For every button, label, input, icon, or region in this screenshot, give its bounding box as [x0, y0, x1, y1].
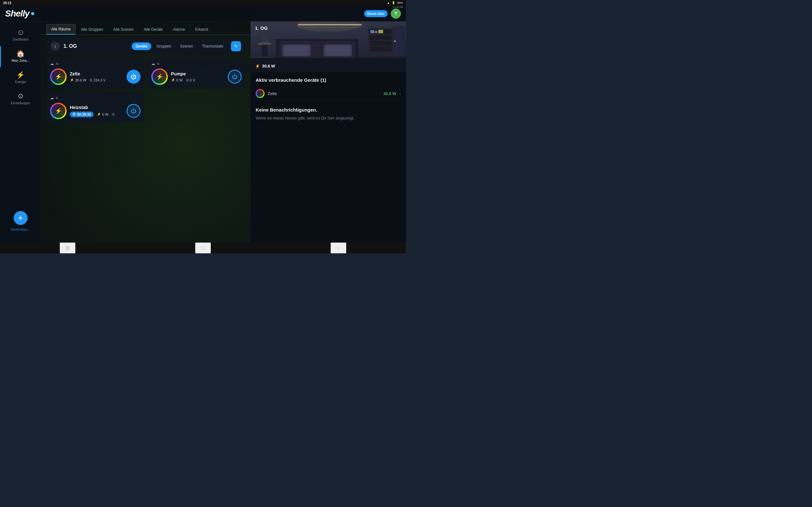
svg-rect-15 — [370, 30, 374, 33]
right-panel-content: Aktiv verbrauchende Geräte (1) Zelte 30.… — [251, 72, 406, 126]
device-name-zelte: Zelte — [70, 71, 123, 76]
active-device-power-zelte: 30.6 W — [383, 91, 396, 96]
add-device-label: Gerät hinzu... — [11, 228, 30, 232]
tab-alle-geraete[interactable]: Alle Geräte — [139, 24, 167, 34]
device-info-pumpe: Pumpe ⚡ 0 W ◎ 0 V — [171, 71, 224, 82]
svg-rect-12 — [369, 35, 392, 40]
room-tab-geraete[interactable]: Geräte — [132, 43, 151, 50]
stat-power-pumpe: ⚡ 0 W — [171, 78, 183, 82]
room-prev-button[interactable]: ‹ — [51, 42, 60, 51]
plug-icon-pumpe: ⚡ — [156, 73, 163, 80]
sidebar-label-einstellungen: Einstellungen — [11, 101, 30, 105]
power-icon-heizstab: ⚡ — [97, 112, 101, 116]
plug-icon-zelte: ⚡ — [55, 73, 62, 80]
version-text: 3.122.29 — [393, 6, 403, 9]
add-device-item[interactable]: + Gerät hinzu... — [0, 207, 41, 236]
devices-grid: ☁ ↻ ⚡ Zelte ⚡ 30.6 W ◎ 23 — [46, 58, 246, 123]
device-name-heizstab: Heizstab — [70, 105, 123, 110]
room-sub-tabs: Geräte Gruppen Szenen Thermostate — [132, 43, 227, 50]
room-tab-szenen[interactable]: Szenen — [176, 43, 197, 50]
nav-home-button[interactable]: □ — [195, 242, 211, 253]
power-button-heizstab[interactable]: ⏻ — [126, 104, 141, 118]
nav-back-button[interactable]: ‹ — [331, 242, 346, 253]
active-device-name-zelte: Zelte — [268, 91, 380, 96]
plug-icon-heizstab: ⚡ — [55, 107, 62, 114]
avatar[interactable]: T — [391, 9, 401, 19]
power-value-pumpe: 0 W — [176, 78, 183, 82]
nav-bar: ||| □ ‹ — [0, 242, 406, 253]
app-logo: Shelly — [5, 9, 34, 19]
nav-menu-button[interactable]: ||| — [60, 242, 75, 253]
status-bar: 20:13 ▲ 🔋 30% — [0, 0, 406, 6]
dashboard-icon: ⊙ — [18, 29, 23, 36]
power-button-pumpe[interactable]: ⏻ — [228, 70, 242, 83]
device-stats-heizstab: ⏱ 00:39:35 ⚡ 0 W ◎ — [70, 112, 123, 117]
power-icon-pumpe: ⚡ — [171, 78, 175, 82]
power-value-heizstab: 0 W — [102, 112, 108, 116]
active-indicator — [0, 46, 1, 67]
main-content: Alle Räume Alle Gruppen Alle Szenen Alle… — [41, 21, 251, 242]
tabs-divider — [41, 35, 251, 35]
svg-point-23 — [258, 43, 271, 45]
active-device-row-zelte[interactable]: Zelte 30.6 W › — [256, 87, 401, 101]
device-card-zelte: ☁ ↻ ⚡ Zelte ⚡ 30.6 W ◎ 23 — [46, 58, 144, 89]
svg-rect-13 — [369, 41, 392, 46]
stat-power-heizstab: ⚡ 0 W — [97, 112, 108, 116]
home-icon: 🏠 — [16, 50, 25, 57]
tab-alle-raeume[interactable]: Alle Räume — [46, 24, 75, 35]
logo-dot — [31, 12, 34, 15]
cloud-icon-zelte: ☁ — [50, 61, 54, 66]
tabs-bar: Alle Räume Alle Gruppen Alle Szenen Alle… — [41, 21, 251, 35]
device-name-pumpe: Pumpe — [171, 71, 224, 76]
clock-icon-heizstab: ⏱ — [72, 112, 76, 116]
settings-icon: ⚙ — [17, 93, 24, 100]
active-device-icon-zelte — [256, 89, 264, 98]
svg-rect-17 — [378, 30, 383, 33]
tab-alle-szenen[interactable]: Alle Szenen — [108, 24, 138, 34]
voltage-icon-zelte: ◎ — [90, 78, 93, 82]
device-card-header-pumpe: ☁ ↻ — [151, 61, 242, 66]
svg-point-20 — [394, 40, 396, 42]
sync-icon-pumpe: ↻ — [157, 62, 159, 66]
device-info-heizstab: Heizstab ⏱ 00:39:35 ⚡ 0 W ◎ — [70, 105, 123, 117]
room-header: ‹ 1. OG Geräte Gruppen Szenen Thermostat… — [46, 38, 246, 55]
add-device-button[interactable]: + — [14, 211, 28, 225]
sync-icon-zelte: ↻ — [56, 62, 58, 66]
voltage-icon-pumpe: ◎ — [186, 78, 189, 82]
timer-value-heizstab: 00:39:35 — [77, 112, 91, 116]
svg-rect-14 — [369, 47, 392, 51]
subscription-button[interactable]: Basis-Abo — [364, 10, 388, 17]
energie-icon: ⚡ — [16, 72, 25, 78]
svg-rect-21 — [262, 44, 267, 56]
sidebar-item-einstellungen[interactable]: ⚙ Einstellungen — [0, 89, 41, 110]
sidebar-item-mein-zuhause[interactable]: 🏠 Mein Zuha... — [0, 46, 41, 67]
edit-room-button[interactable]: ✎ — [231, 41, 241, 51]
device-body-pumpe: ⚡ Pumpe ⚡ 0 W ◎ 0 V ⏻ — [151, 68, 242, 85]
svg-rect-16 — [375, 31, 377, 33]
device-icon-zelte: ⚡ — [50, 68, 67, 85]
room-tab-gruppen[interactable]: Gruppen — [153, 43, 175, 50]
device-card-pumpe: ☁ ↻ ⚡ Pumpe ⚡ 0 W ◎ 0 V — [148, 58, 246, 89]
cloud-icon-heizstab: ☁ — [50, 96, 54, 100]
timer-badge-heizstab: ⏱ 00:39:35 — [70, 112, 94, 117]
sync-icon-heizstab: ↻ — [56, 96, 58, 100]
tab-erkannt[interactable]: Erkannt — [190, 24, 213, 34]
power-button-zelte[interactable]: ⏻ — [126, 70, 141, 83]
svg-rect-7 — [284, 46, 309, 55]
power-value-zelte: 30.6 W — [75, 78, 86, 82]
device-card-header-heizstab: ☁ ↻ — [50, 96, 141, 100]
tab-alle-gruppen[interactable]: Alle Gruppen — [76, 24, 108, 34]
sidebar-item-dashboard[interactable]: ⊙ Dashboard — [0, 25, 41, 46]
voltage-value-zelte: 234.3 V — [94, 78, 106, 82]
room-image: 1. OG ⚡ 30.6 W — [251, 21, 406, 72]
sidebar-label-dashboard: Dashboard — [13, 38, 28, 42]
device-icon-pumpe: ⚡ — [151, 68, 168, 85]
svg-rect-9 — [325, 46, 350, 55]
room-power-value: 30.6 W — [262, 64, 275, 68]
sidebar: ⊙ Dashboard 🏠 Mein Zuha... ⚡ Energie ⚙ E… — [0, 21, 41, 242]
room-tab-thermostate[interactable]: Thermostate — [198, 43, 227, 50]
tab-alarme[interactable]: Alarme — [168, 24, 190, 34]
right-panel-room-name: 1. OG — [255, 25, 268, 31]
sidebar-item-energie[interactable]: ⚡ Energie — [0, 67, 41, 89]
device-body-heizstab: ⚡ Heizstab ⏱ 00:39:35 ⚡ 0 W ◎ — [50, 103, 141, 119]
